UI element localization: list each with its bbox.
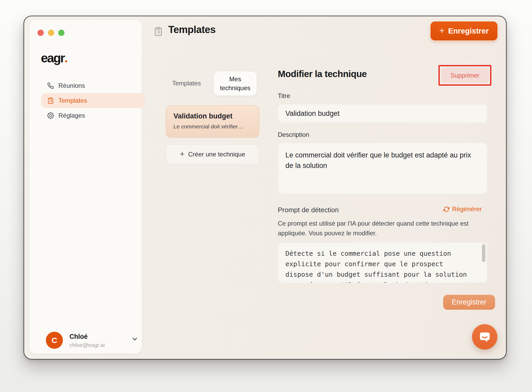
user-menu-toggle[interactable] — [131, 335, 138, 344]
eagr-logo: eagr. — [41, 50, 67, 66]
create-technique-label: Créer une technique — [188, 151, 245, 158]
user-name: Chloé — [69, 333, 88, 340]
sidebar-item-label: Templates — [58, 97, 87, 104]
app-window: eagr. Réunions Templates Réglages C Chlo… — [24, 16, 507, 360]
save-form-button[interactable]: Enregistrer — [443, 295, 495, 310]
chevron-down-icon — [131, 335, 138, 343]
technique-card-subtitle: Le commercial doit vérifier… — [173, 123, 252, 130]
plus-icon: + — [180, 150, 184, 159]
tab-templates[interactable]: Templates — [172, 80, 201, 87]
form-title: Modifier la technique — [278, 69, 367, 79]
window-zoom-button[interactable] — [58, 30, 64, 36]
prompt-detection-label: Prompt de détection — [278, 206, 339, 214]
user-email: chloe@eagr.ai — [69, 342, 105, 348]
regenerate-button[interactable]: Régénérer — [443, 205, 482, 213]
plus-icon: + — [439, 25, 444, 36]
window-close-button[interactable] — [37, 30, 44, 36]
gear-icon — [47, 112, 54, 119]
sidebar-item-templates[interactable]: Templates — [41, 93, 145, 108]
clipboard-icon — [47, 97, 54, 104]
sidebar: eagr. Réunions Templates Réglages C Chlo… — [29, 20, 142, 353]
chat-launcher-button[interactable] — [472, 324, 497, 350]
refresh-icon — [443, 206, 449, 212]
page-title: Templates — [168, 24, 216, 35]
sidebar-item-reglages[interactable]: Réglages — [41, 108, 145, 123]
avatar-initial: C — [52, 336, 57, 345]
technique-card-title: Validation budget — [173, 112, 252, 120]
sidebar-item-reunions[interactable]: Réunions — [41, 78, 145, 93]
technique-card-validation-budget[interactable]: Validation budget Le commercial doit vér… — [166, 106, 259, 138]
prompt-help-text: Ce prompt est utilisé par l'IA pour déte… — [278, 219, 487, 238]
save-header-label: Enregistrer — [448, 27, 489, 35]
logo-dot: . — [64, 51, 67, 65]
window-minimize-button[interactable] — [48, 30, 54, 36]
chat-bubble-icon — [478, 330, 492, 344]
phone-icon — [47, 82, 54, 89]
tab-mes-techniques[interactable]: Mes techniques — [213, 71, 257, 96]
save-header-button[interactable]: + Enregistrer — [431, 21, 497, 40]
prompt-textarea-container: Détecte si le commercial pose une questi… — [278, 242, 487, 283]
regenerate-label: Régénérer — [452, 205, 482, 213]
logo-text: eagr — [41, 51, 64, 65]
create-technique-button[interactable]: + Créer une technique — [166, 144, 259, 164]
description-label: Description — [278, 131, 309, 138]
sidebar-item-label: Réglages — [58, 112, 85, 119]
delete-button[interactable]: Supprimer — [441, 68, 489, 83]
page-title-clipboard-icon — [154, 26, 163, 38]
titre-input[interactable] — [278, 104, 487, 123]
description-textarea[interactable]: Le commercial doit vérifier que le budge… — [278, 143, 487, 194]
sidebar-item-label: Réunions — [58, 82, 85, 89]
scrollbar-thumb[interactable] — [482, 244, 485, 262]
titre-label: Titre — [278, 92, 290, 100]
prompt-textarea[interactable]: Détecte si le commercial pose une questi… — [278, 243, 487, 283]
avatar: C — [46, 332, 63, 349]
